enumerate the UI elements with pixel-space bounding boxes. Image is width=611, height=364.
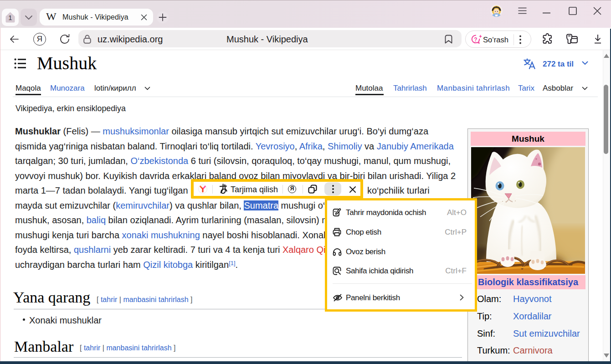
svg-text:?: ? bbox=[474, 36, 477, 42]
svg-text:1: 1 bbox=[8, 14, 12, 21]
